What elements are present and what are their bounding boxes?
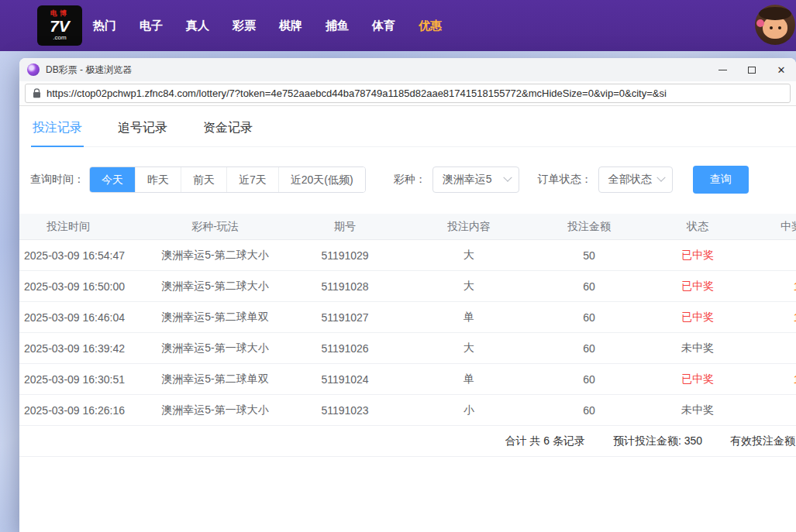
cell-issue: 51191028 (283, 280, 407, 293)
time-filter-label: 查询时间： (30, 173, 84, 187)
cell-time: 2025-03-09 16:39:42 (19, 342, 147, 355)
table-header-row: 投注时间 彩种-玩法 期号 投注内容 投注金额 状态 中奖金额 (19, 214, 796, 240)
cell-amount: 60 (531, 373, 647, 386)
cell-amount: 60 (531, 342, 647, 355)
summary-expected-amount: 预计投注金额: 350 (613, 434, 702, 448)
table-row: 2025-03-09 16:54:47 澳洲幸运5-第二球大小 51191029… (19, 240, 796, 271)
cell-status: 已中奖 (647, 372, 748, 386)
nav-item-chess[interactable]: 棋牌 (279, 19, 302, 33)
cell-status: 已中奖 (647, 249, 748, 263)
chevron-down-icon (656, 173, 665, 182)
nav-item-sports[interactable]: 体育 (372, 19, 395, 33)
cell-prize: 95 (748, 249, 796, 262)
lottery-select-value: 澳洲幸运5 (443, 173, 492, 187)
site-logo[interactable]: 电博 7V .com (37, 5, 82, 46)
maximize-button[interactable] (737, 58, 767, 81)
table-row: 2025-03-09 16:46:04 澳洲幸运5-第二球单双 51191027… (19, 302, 796, 333)
status-select-value: 全部状态 (608, 173, 652, 187)
cell-prize: 114 (748, 373, 796, 386)
time-option-20days[interactable]: 近20天(低频) (278, 167, 365, 192)
tab-bet-records[interactable]: 投注记录 (31, 114, 84, 147)
cell-play: 澳洲幸运5-第二球单双 (147, 311, 283, 324)
time-option-day-before[interactable]: 前天 (181, 167, 226, 192)
desktop-background: 电博 7V .com 热门 电子 真人 彩票 棋牌 捕鱼 体育 优惠 DB彩票 … (0, 0, 796, 532)
cell-time: 2025-03-09 16:50:00 (19, 280, 147, 293)
cell-play: 澳洲幸运5-第二球大小 (147, 249, 283, 263)
cell-issue: 51191029 (283, 249, 407, 262)
nav-item-hot[interactable]: 热门 (93, 19, 116, 33)
cell-issue: 51191026 (283, 342, 407, 355)
cell-play: 澳洲幸运5-第一球大小 (147, 342, 283, 355)
site-header: 电博 7V .com 热门 电子 真人 彩票 棋牌 捕鱼 体育 优惠 (0, 0, 796, 51)
cell-prize: 114 (748, 280, 796, 293)
status-select[interactable]: 全部状态 (598, 166, 673, 193)
cell-status: 未中奖 (647, 403, 748, 417)
chevron-down-icon (503, 173, 512, 182)
time-option-yesterday[interactable]: 昨天 (135, 167, 181, 192)
col-header-issue: 期号 (283, 220, 407, 234)
summary-valid-amount: 有效投注金额: (730, 434, 796, 448)
url-text: https://ctop02pchwp1.zfnc84.com/lottery/… (47, 88, 667, 99)
col-header-status: 状态 (647, 220, 748, 234)
nav-item-fishing[interactable]: 捕鱼 (326, 19, 349, 33)
table-row: 2025-03-09 16:30:51 澳洲幸运5-第二球单双 51191024… (19, 364, 796, 395)
window-controls: ✕ (708, 58, 796, 81)
cell-time: 2025-03-09 16:26:16 (19, 404, 147, 417)
cell-content: 大 (407, 342, 531, 355)
cell-status: 已中奖 (647, 280, 748, 293)
close-button[interactable]: ✕ (767, 58, 796, 81)
cell-amount: 60 (531, 404, 647, 417)
url-bar: https://ctop02pchwp1.zfnc84.com/lottery/… (19, 81, 796, 106)
query-button[interactable]: 查询 (693, 166, 749, 194)
record-tabs: 投注记录 追号记录 资金记录 (31, 114, 796, 147)
table-row: 2025-03-09 16:26:16 澳洲幸运5-第一球大小 51191023… (19, 395, 796, 426)
cell-amount: 60 (531, 280, 647, 293)
lottery-records-page: 投注记录 追号记录 资金记录 查询时间： 今天 昨天 前天 近7天 近20天(低… (19, 106, 796, 532)
browser-window: DB彩票 - 极速浏览器 ✕ https://ctop02pchwp1.zfnc… (19, 58, 796, 532)
avatar-eye (770, 26, 773, 29)
cell-time: 2025-03-09 16:30:51 (19, 373, 147, 386)
time-range-group: 今天 昨天 前天 近7天 近20天(低频) (89, 166, 366, 193)
avatar-hair (759, 7, 791, 20)
logo-main-text: 7V (50, 18, 70, 34)
cell-play: 澳洲幸运5-第二球单双 (147, 372, 283, 386)
address-input[interactable]: https://ctop02pchwp1.zfnc84.com/lottery/… (25, 84, 791, 103)
nav-item-electronic[interactable]: 电子 (140, 19, 163, 33)
bet-records-table: 投注时间 彩种-玩法 期号 投注内容 投注金额 状态 中奖金额 2025-03-… (19, 214, 796, 457)
cell-status: 未中奖 (647, 342, 748, 355)
cell-time: 2025-03-09 16:46:04 (19, 311, 147, 324)
main-nav: 热门 电子 真人 彩票 棋牌 捕鱼 体育 优惠 (93, 19, 442, 33)
lottery-select[interactable]: 澳洲幸运5 (432, 166, 519, 193)
cell-play: 澳洲幸运5-第二球大小 (147, 280, 283, 293)
browser-favicon-icon (27, 63, 40, 76)
nav-item-promo[interactable]: 优惠 (419, 19, 442, 33)
col-header-time: 投注时间 (19, 220, 147, 234)
col-header-prize: 中奖金额 (748, 220, 796, 234)
nav-item-live[interactable]: 真人 (186, 19, 209, 33)
maximize-icon (748, 67, 756, 74)
cell-amount: 50 (531, 249, 647, 262)
time-option-today[interactable]: 今天 (90, 167, 135, 192)
tab-fund-records[interactable]: 资金记录 (202, 114, 254, 146)
cell-content: 单 (407, 311, 531, 324)
logo-suffix-text: .com (53, 35, 66, 41)
table-row: 2025-03-09 16:39:42 澳洲幸运5-第一球大小 51191026… (19, 333, 796, 364)
col-header-amount: 投注金额 (531, 220, 647, 234)
browser-titlebar[interactable]: DB彩票 - 极速浏览器 ✕ (19, 58, 796, 81)
window-title: DB彩票 - 极速浏览器 (46, 63, 132, 77)
lottery-filter-label: 彩种： (394, 173, 426, 187)
cell-content: 单 (407, 372, 531, 386)
cell-time: 2025-03-09 16:54:47 (19, 249, 147, 262)
nav-item-lottery[interactable]: 彩票 (233, 19, 256, 33)
logo-badge-text: 电博 (50, 10, 69, 17)
tab-chase-records[interactable]: 追号记录 (116, 114, 169, 146)
filter-bar: 查询时间： 今天 昨天 前天 近7天 近20天(低频) 彩种： 澳洲幸运5 订单… (30, 166, 796, 194)
summary-total: 合计 共 6 条记录 (505, 434, 585, 448)
cell-status: 已中奖 (647, 311, 748, 324)
cell-content: 大 (407, 280, 531, 293)
minimize-button[interactable] (708, 58, 737, 81)
cell-issue: 51191027 (283, 311, 407, 324)
time-option-7days[interactable]: 近7天 (226, 167, 278, 192)
cell-amount: 60 (531, 311, 647, 324)
avatar[interactable] (755, 5, 795, 45)
